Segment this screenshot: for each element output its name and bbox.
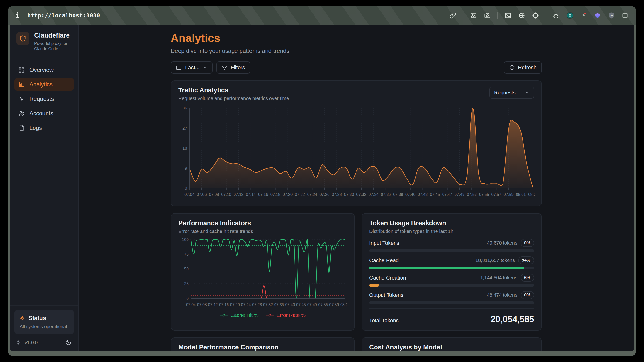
svg-text:07:40: 07:40 [285,303,295,307]
terminal-icon[interactable] [504,12,512,19]
crosshair-icon[interactable] [532,12,539,19]
metric-select[interactable]: Requests [489,87,534,99]
refresh-button[interactable]: Refresh [504,62,542,74]
status-card: Status All systems operational [14,310,74,334]
svg-text:9: 9 [185,166,187,171]
page-title: Analytics [171,32,542,45]
sidebar-item-accounts[interactable]: Accounts [14,107,74,120]
svg-text:07:49: 07:49 [307,303,317,307]
svg-text:07:28: 07:28 [252,303,262,307]
svg-text:07:43: 07:43 [418,192,428,197]
svg-text:100: 100 [182,237,189,242]
cost-card-title: Cost Analysis by Model [369,344,534,351]
svg-text:07:30: 07:30 [344,192,354,197]
shield-icon [20,35,26,42]
token-row-label: Input Tokens [369,240,399,246]
funnel-icon [222,65,227,70]
cost-analysis-card: Cost Analysis by Model Top models by cos… [362,337,542,351]
info-icon[interactable]: i [16,12,19,19]
svg-text:07:32: 07:32 [356,192,366,197]
token-row-value: 48,474 tokens [487,292,517,298]
svg-text:18: 18 [182,146,187,151]
svg-text:08:04: 08:04 [528,192,535,197]
token-progress-track [369,267,534,269]
model-card-title: Model Performance Comparison [178,344,347,351]
svg-text:07:18: 07:18 [270,192,280,197]
token-row-value: 1,144,804 tokens [480,275,517,280]
token-progress-fill [369,267,524,269]
svg-text:07:47: 07:47 [442,192,452,197]
filters-toolbar: Last... Filters Refresh [171,62,542,74]
svg-text:0: 0 [185,186,187,191]
token-row: Input Tokens49,670 tokens0% [369,239,534,252]
token-row-value: 49,670 tokens [487,240,517,246]
browser-window: i http://localhost:8080 [8,6,636,356]
token-usage-card: Token Usage Breakdown Distribution of to… [362,213,542,331]
svg-text:08:04: 08:04 [340,303,347,307]
svg-text:50: 50 [184,267,189,271]
svg-text:07:16: 07:16 [219,303,229,307]
screenshot-icon[interactable] [470,12,477,19]
svg-text:07:06: 07:06 [197,192,206,197]
filters-button[interactable]: Filters [216,62,250,74]
cursor-flag-icon[interactable] [580,12,587,19]
shield-ud-icon[interactable]: UD [608,12,615,19]
sidebar-item-analytics[interactable]: Analytics [14,78,74,91]
legend-item[interactable]: Error Rate % [266,312,306,318]
version-label: v1.0.0 [24,340,38,345]
token-row-percent-badge: 94% [518,256,534,264]
token-row: Cache Creation1,144,804 tokens6% [369,274,534,286]
globe-icon[interactable] [518,12,526,19]
toolbar-separator [498,12,498,19]
token-row-percent-badge: 0% [520,291,534,299]
camera-icon[interactable] [484,12,491,19]
token-card-title: Token Usage Breakdown [369,219,534,227]
token-card-subtitle: Distribution of token types in the last … [369,229,534,234]
svg-text:07:20: 07:20 [283,192,292,197]
app-name: Claudeflare [34,32,73,39]
sidebar-item-label: Requests [30,96,54,102]
token-progress-track [369,249,534,252]
svg-text:25: 25 [184,281,189,286]
address-url[interactable]: http://localhost:8080 [28,12,100,19]
token-row: Cache Read18,811,637 tokens94% [369,256,534,269]
theme-toggle[interactable] [65,339,71,345]
moon-icon [65,339,71,345]
svg-text:07:08: 07:08 [209,192,219,197]
chart-legend: Cache Hit %Error Rate % [178,312,347,318]
sidebar-nav: OverviewAnalyticsRequestsAccountsLogs [10,58,78,139]
sidebar-item-overview[interactable]: Overview [14,64,74,76]
zap-icon [20,315,25,321]
svg-text:07:36: 07:36 [381,192,391,197]
chevron-down-icon [203,65,207,70]
legend-label: Cache Hit % [230,312,258,318]
sidebar: Claudeflare Powerful proxy for Claude Co… [10,25,78,351]
legend-item[interactable]: Cache Hit % [220,312,258,318]
svg-text:07:34: 07:34 [368,192,378,197]
link-icon[interactable] [449,12,456,19]
date-range-button[interactable]: Last... [171,62,212,74]
split-view-icon[interactable] [621,12,628,19]
svg-text:07:16: 07:16 [258,192,268,197]
svg-text:07:45: 07:45 [296,303,306,307]
traffic-card-title: Traffic Analytics [178,87,289,94]
gem-icon[interactable] [594,12,601,19]
sidebar-item-label: Logs [30,124,42,131]
svg-text:0: 0 [186,296,189,301]
svg-text:07:22: 07:22 [295,192,305,197]
filters-label: Filters [231,64,245,71]
sidebar-item-requests[interactable]: Requests [14,93,74,105]
svg-text:08:01: 08:01 [516,192,526,197]
svg-text:07:04: 07:04 [184,192,194,197]
app-tagline: Powerful proxy for Claude Code [34,41,73,52]
sidebar-bottom: Status All systems operational v1.0.0 [10,305,78,351]
sidebar-item-logs[interactable]: Logs [14,122,74,134]
sidebar-item-label: Overview [30,67,54,73]
chevron-down-icon [525,91,529,95]
toolbar-separator [463,12,464,19]
brand-logo [16,32,30,45]
svg-text:07:14: 07:14 [246,192,256,197]
puzzle-icon[interactable] [553,12,560,19]
token-row-percent-badge: 0% [520,239,534,247]
extension-badge-icon[interactable] [566,12,574,19]
